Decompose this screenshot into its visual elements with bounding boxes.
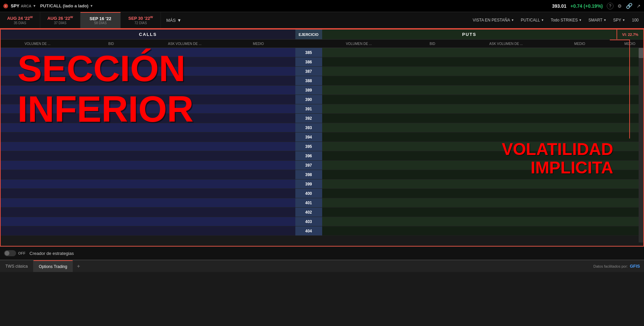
toggle-switch-control[interactable]: [4, 250, 16, 256]
calls-sub-headers: VOLUMEN DE ... BID ASK VOLUMEN DE ... ME…: [1, 42, 295, 46]
tab-tws-clasica[interactable]: TWS clásica: [0, 260, 34, 272]
table-row[interactable]: 401: [1, 198, 643, 208]
calls-data-row: [1, 86, 295, 95]
table-row[interactable]: 398: [1, 170, 643, 179]
table-row[interactable]: 400: [1, 189, 643, 198]
strategy-builder-label: Creador de estrategias: [30, 251, 74, 256]
date-tab-1[interactable]: AUG 26 '22W 37 DÍAS: [40, 12, 80, 28]
puts-volume-header: VOLUMEN DE ...: [322, 42, 396, 46]
strike-price[interactable]: 393: [295, 123, 322, 132]
table-row[interactable]: 388: [1, 76, 643, 86]
smart-button[interactable]: SMART ▼: [586, 16, 608, 24]
puts-data-row: [322, 189, 617, 198]
date-tab-2-label: SEP 16 '22: [90, 16, 111, 21]
expand-icon[interactable]: ↗: [637, 3, 641, 9]
date-tabs-bar: AUG 24 '22W 35 DÍAS AUG 26 '22W 37 DÍAS …: [0, 12, 644, 29]
date-tab-1-days: 37 DÍAS: [54, 21, 66, 25]
table-row[interactable]: 396: [1, 151, 643, 161]
close-button[interactable]: ×: [3, 4, 8, 8]
strike-price[interactable]: 390: [295, 95, 322, 104]
qty-button[interactable]: 100: [630, 16, 641, 24]
table-row[interactable]: 385: [1, 48, 643, 57]
table-row[interactable]: 393: [1, 123, 643, 132]
strike-price[interactable]: 401: [295, 198, 322, 207]
table-row[interactable]: 394: [1, 132, 643, 142]
more-dates-button[interactable]: MÁS ▼: [161, 12, 187, 28]
mode-dropdown-icon[interactable]: ▼: [90, 4, 93, 8]
puts-data-row: [322, 48, 617, 57]
strike-price[interactable]: 394: [295, 132, 322, 142]
gfis-logo: GFIS: [630, 264, 640, 269]
strike-price[interactable]: 385: [295, 48, 322, 57]
table-row[interactable]: 391: [1, 104, 643, 114]
symbol-name[interactable]: SPY: [11, 3, 19, 8]
strike-price[interactable]: 404: [295, 226, 322, 235]
vista-button[interactable]: VISTA EN PESTAÑA ▼: [471, 16, 516, 24]
strike-price[interactable]: 389: [295, 86, 322, 95]
scrollbar-thumb[interactable]: [639, 48, 643, 58]
strategy-toggle[interactable]: OFF: [4, 250, 25, 256]
calls-data-row: [1, 114, 295, 123]
strike-price[interactable]: 392: [295, 114, 322, 123]
table-row[interactable]: 395: [1, 142, 643, 151]
put-call-button[interactable]: PUT/CALL ▼: [519, 16, 546, 24]
vi-label: VI: 22.7%: [622, 33, 638, 37]
table-row[interactable]: 387: [1, 67, 643, 76]
settings-icon[interactable]: ⚙: [618, 3, 622, 9]
strike-price[interactable]: 395: [295, 142, 322, 151]
bottom-tab-bar: TWS clásica Options Trading + Datos faci…: [0, 260, 644, 272]
table-row[interactable]: 392: [1, 114, 643, 123]
spy-label: SPY: [613, 18, 621, 22]
help-icon[interactable]: ?: [607, 3, 613, 9]
spy-button[interactable]: SPY ▼: [611, 16, 627, 24]
strikes-button[interactable]: Todo STRIKES ▼: [549, 16, 584, 24]
calls-data-row: [1, 208, 295, 217]
table-row[interactable]: 402: [1, 208, 643, 217]
strike-price[interactable]: 391: [295, 104, 322, 113]
tab-options-trading[interactable]: Options Trading: [34, 260, 73, 272]
table-row[interactable]: 386: [1, 57, 643, 67]
add-tab-icon: +: [77, 263, 80, 269]
table-row[interactable]: 397: [1, 161, 643, 170]
vi-badge: VI: 22.7%: [617, 30, 643, 39]
table-row[interactable]: 389: [1, 86, 643, 95]
top-bar: × SPY ARCA ▼ PUT/CALL (lado a lado) ▼ 39…: [0, 0, 644, 12]
puts-data-row: [322, 198, 617, 207]
table-row[interactable]: 403: [1, 217, 643, 226]
table-row[interactable]: 399: [1, 179, 643, 189]
strike-price[interactable]: 402: [295, 208, 322, 217]
calls-data-row: [1, 170, 295, 179]
date-tab-0[interactable]: AUG 24 '22W 35 DÍAS: [0, 12, 40, 28]
sub-headers: VOLUMEN DE ... BID ASK VOLUMEN DE ... ME…: [1, 40, 643, 48]
add-tab-button[interactable]: +: [73, 260, 84, 272]
puts-data-row: [322, 142, 617, 151]
smart-arrow: ▼: [603, 18, 606, 22]
data-provider-info: Datos facilitados por: GFIS: [593, 260, 644, 272]
strike-price[interactable]: 388: [295, 76, 322, 85]
strike-price[interactable]: 398: [295, 170, 322, 179]
puts-data-row: [322, 179, 617, 188]
puts-data-row: [322, 123, 617, 132]
table-row[interactable]: 390: [1, 95, 643, 104]
strike-price[interactable]: 396: [295, 151, 322, 160]
date-tab-3[interactable]: SEP 30 '22W 72 DÍAS: [121, 12, 161, 28]
calls-data-row: [1, 142, 295, 151]
calls-data-row: [1, 104, 295, 113]
strike-price[interactable]: 400: [295, 189, 322, 198]
strike-price[interactable]: 386: [295, 57, 322, 66]
table-row[interactable]: 404: [1, 226, 643, 236]
strike-price[interactable]: 403: [295, 217, 322, 226]
mode-label[interactable]: PUT/CALL (lado a lado): [40, 3, 89, 8]
puts-data-row: [322, 132, 617, 142]
exchange-name: ARCA: [21, 4, 32, 8]
strike-price[interactable]: 399: [295, 179, 322, 188]
strike-price[interactable]: 397: [295, 161, 322, 170]
link-icon[interactable]: 🔗: [626, 3, 633, 9]
date-tab-2[interactable]: SEP 16 '22 58 DÍAS: [80, 12, 121, 28]
puts-data-row: [322, 67, 617, 76]
puts-data-row: [322, 86, 617, 95]
price-change-display: +0.74 (+0.19%): [570, 3, 603, 9]
symbol-dropdown-icon[interactable]: ▼: [33, 4, 36, 8]
strike-price[interactable]: 387: [295, 67, 322, 76]
price-display: 393.01: [552, 3, 567, 9]
